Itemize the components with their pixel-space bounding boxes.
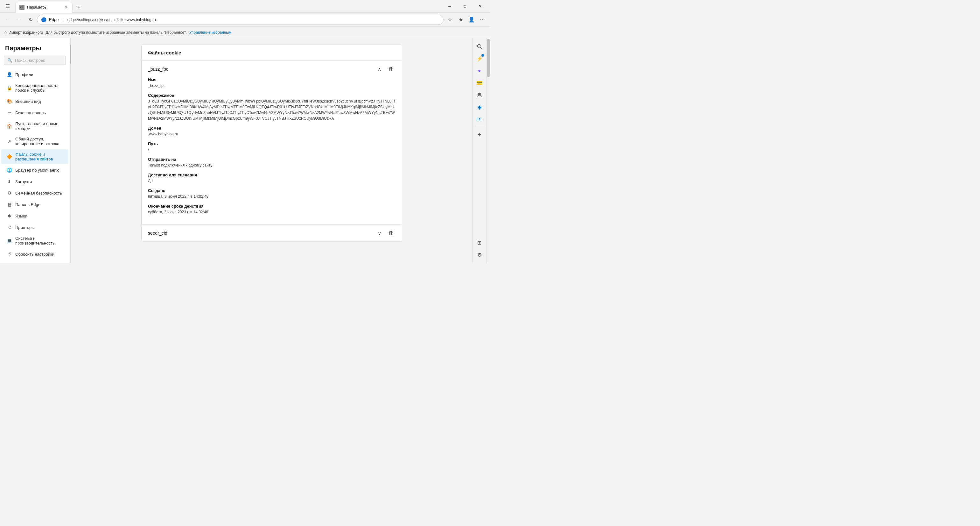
sidebar-toggle-btn[interactable]: ☰ [3, 1, 13, 11]
field-value-name: _buzz_fpc [148, 83, 396, 89]
sidebar-item-downloads[interactable]: ⬇ Загрузки [1, 176, 68, 187]
delete-btn-buzz-fpc[interactable]: 🗑 [387, 65, 396, 73]
sidebar-item-sharing[interactable]: ↗ Общий доступ, копирование и вставка [1, 134, 68, 149]
profiles-icon: 👤 [6, 72, 12, 77]
field-value-accessible: Да [148, 178, 396, 184]
import-favorites-btn[interactable]: ☆ Импорт избранного [4, 30, 43, 35]
content-area: Файлы cookie _buzz_fpc ∧ 🗑 Имя _buzz_fpc [71, 38, 472, 263]
field-value-domain: .www.babyblog.ru [148, 131, 396, 137]
right-wallet-btn[interactable]: 💳 [474, 77, 485, 89]
sidebar-item-edgebar-label: Панель Edge [15, 202, 40, 207]
forward-btn[interactable]: → [14, 14, 24, 25]
sidebar-item-startup-label: Пуск, главная и новые вкладки [15, 121, 63, 131]
field-label-accessible: Доступно для сценария [148, 172, 396, 177]
extensions-badge [481, 54, 484, 57]
right-profile-btn[interactable] [474, 89, 485, 100]
cookie-field-sendto: Отправить на Только подключения к одному… [148, 157, 396, 168]
more-btn[interactable]: ⋯ [477, 14, 487, 25]
right-add-btn[interactable]: + [474, 129, 485, 140]
manage-favorites-link[interactable]: Управление избранным [189, 30, 231, 35]
appearance-icon: 🎨 [6, 98, 12, 104]
cookie-entry-buzz-fpc-header[interactable]: _buzz_fpc ∧ 🗑 [142, 61, 402, 77]
collections-btn[interactable]: ★ [456, 14, 466, 25]
printers-icon: 🖨 [6, 225, 12, 230]
family-icon: ⚙ [6, 190, 12, 196]
right-outlook-btn[interactable]: 📧 [474, 113, 485, 125]
downloads-icon: ⬇ [6, 179, 12, 184]
sidebar-item-profiles-label: Профили [15, 72, 33, 77]
tab-close-btn[interactable]: ✕ [63, 5, 68, 10]
titlebar: ☰ ⚙ Параметры ✕ + ─ □ ✕ [0, 0, 490, 13]
cookie-entry-seedr-cid-header[interactable]: seedr_cid ∨ 🗑 [142, 225, 402, 241]
sidebar-item-phone-label: Телефон и другие устройства [15, 263, 63, 263]
sidebar-item-family[interactable]: ⚙ Семейная безопасность [1, 188, 68, 198]
refresh-btn[interactable]: ↻ [25, 14, 36, 25]
sidebar-item-default-label: Браузер по умолчанию [15, 168, 59, 172]
cookie-entry-seedr-cid: seedr_cid ∨ 🗑 [142, 225, 402, 241]
sidebar-item-privacy[interactable]: 🔒 Конфиденциальность, поиск и службы [1, 81, 68, 95]
sidebar-item-phone[interactable]: 📱 Телефон и другие устройства [1, 260, 68, 263]
titlebar-left: ☰ [3, 1, 13, 11]
sidebar-item-profiles[interactable]: 👤 Профили [1, 69, 68, 80]
right-extensions-btn[interactable]: ⚡ [474, 53, 485, 64]
cookie-entry-seedr-actions: ∨ 🗑 [375, 229, 396, 237]
right-settings-btn[interactable]: ⚙ [474, 249, 485, 260]
sidebar-item-printers[interactable]: 🖨 Принтеры [1, 222, 68, 233]
field-value-content: JTdCJTlycGF0aCUyMiUzQSUyMiUyRiUyMiUyQyUy… [148, 98, 396, 121]
sidebar-item-downloads-label: Загрузки [15, 179, 32, 184]
field-value-expires: суббота, 3 июня 2023 г. в 14:02:48 [148, 209, 396, 215]
main-layout: Параметры 🔍 Поиск настроек 👤 Профили 🔒 К… [0, 38, 490, 263]
sidebar-item-sidepanel[interactable]: ▭ Боковая панель [1, 107, 68, 118]
right-collections-btn[interactable]: ● [474, 65, 485, 77]
right-copilot-btn[interactable]: ◉ [474, 101, 485, 113]
active-tab[interactable]: ⚙ Параметры ✕ [15, 2, 73, 13]
languages-icon: ✱ [6, 213, 12, 219]
new-tab-btn[interactable]: + [74, 3, 84, 13]
sidebar-item-edgebar[interactable]: ▦ Панель Edge [1, 199, 68, 210]
sidebar-item-languages[interactable]: ✱ Языки [1, 210, 68, 221]
addressbar-actions: ☆ ★ 👤 ⋯ [445, 14, 487, 25]
address-brand: Edge [49, 17, 59, 22]
back-btn[interactable]: ← [3, 14, 13, 25]
search-icon: 🔍 [7, 58, 13, 63]
right-layout-btn[interactable]: ⊞ [474, 237, 485, 249]
collapse-btn-buzz-fpc[interactable]: ∧ [375, 65, 384, 73]
maximize-btn[interactable]: □ [458, 1, 472, 11]
cookie-name-seedr-cid: seedr_cid [148, 231, 375, 236]
field-label-content: Содержимое [148, 93, 396, 98]
sidebar-item-family-label: Семейная безопасность [15, 191, 62, 196]
sidebar-item-cookies[interactable]: 🔶 Файлы cookie и разрешения сайтов [1, 149, 68, 164]
cookie-field-content: Содержимое JTdCJTlycGF0aCUyMiUzQSUyMiUyR… [148, 93, 396, 121]
cookie-panel-header: Файлы cookie [142, 45, 402, 61]
field-label-domain: Домен [148, 126, 396, 131]
main-scrollbar[interactable] [486, 38, 490, 263]
sidebar-item-reset[interactable]: ↺ Сбросить настройки [1, 249, 68, 260]
cookie-entry-actions: ∧ 🗑 [375, 65, 396, 73]
cookie-name-buzz-fpc: _buzz_fpc [148, 67, 375, 72]
close-btn[interactable]: ✕ [473, 1, 487, 11]
privacy-icon: 🔒 [6, 85, 12, 91]
titlebar-controls: ─ □ ✕ [442, 1, 487, 11]
main-scrollbar-thumb[interactable] [487, 39, 490, 77]
right-search-btn[interactable] [474, 41, 485, 52]
address-box[interactable]: 🔵 Edge | edge://settings/cookies/detail?… [37, 14, 444, 25]
tab-icon: ⚙ [19, 5, 24, 10]
search-box[interactable]: 🔍 Поиск настроек [4, 56, 66, 65]
field-label-name: Имя [148, 77, 396, 82]
field-label-sendto: Отправить на [148, 157, 396, 162]
profile-btn[interactable]: 👤 [466, 14, 477, 25]
favorites-btn[interactable]: ☆ [445, 14, 455, 25]
sidebar-item-appearance[interactable]: 🎨 Внешний вид [1, 96, 68, 107]
sidebar-item-default[interactable]: 🌐 Браузер по умолчанию [1, 165, 68, 175]
cookie-field-accessible: Доступно для сценария Да [148, 172, 396, 184]
delete-btn-seedr-cid[interactable]: 🗑 [387, 229, 396, 237]
field-label-path: Путь [148, 141, 396, 146]
expand-btn-seedr-cid[interactable]: ∨ [375, 229, 384, 237]
minimize-btn[interactable]: ─ [442, 1, 457, 11]
field-value-created: пятница, 3 июня 2022 г. в 14:02:48 [148, 194, 396, 199]
address-url: edge://settings/cookies/detail?site=www.… [67, 18, 156, 22]
field-value-path: / [148, 147, 396, 153]
sidebar-item-startup[interactable]: 🏠 Пуск, главная и новые вкладки [1, 119, 68, 134]
cookie-field-path: Путь / [148, 141, 396, 153]
sidebar-item-system[interactable]: 💻 Система и производительность [1, 233, 68, 248]
